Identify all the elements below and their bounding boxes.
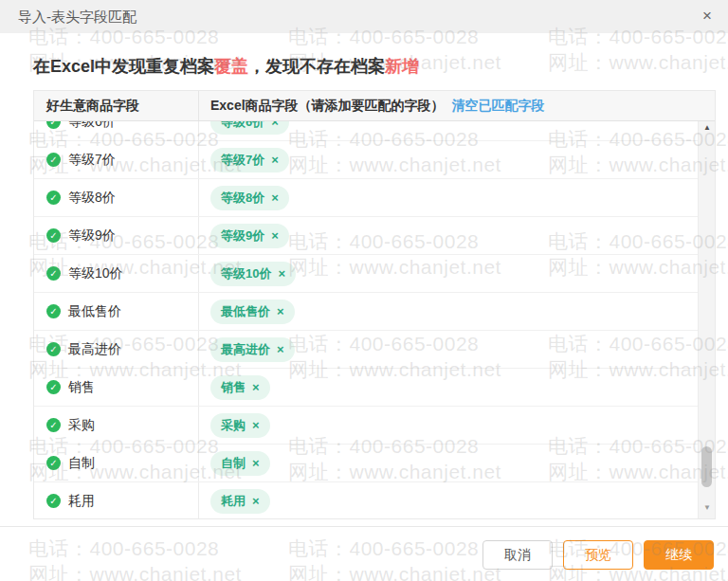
preview-button[interactable]: 预览 [563,540,633,570]
table-scrollbar[interactable]: ▲ ▼ [698,121,715,518]
tag-remove-icon[interactable]: × [252,418,260,432]
scroll-down-icon[interactable]: ▼ [699,503,716,517]
matched-field-tag-label: 等级7价 [221,152,264,169]
continue-button[interactable]: 继续 [644,540,714,570]
excel-field-cell: 采购 × [199,407,698,444]
source-field-cell: ✓ 耗用 [34,482,199,518]
source-field-cell: ✓ 销售 [34,369,199,406]
check-icon: ✓ [46,191,61,205]
watermark-url: 网址：www.chanjet.net [28,561,242,581]
dialog-title: 导入-表头字段匹配 [18,0,136,33]
table-row: ✓ 等级9价 等级9价 × [34,217,698,255]
matched-field-tag-label: 等级9价 [221,227,264,245]
source-field-cell: ✓ 最高进价 [34,331,199,368]
table-row: ✓ 销售 销售 × [34,369,698,407]
table-row: ✓ 等级8价 等级8价 × [34,179,698,217]
check-icon: ✓ [46,342,61,356]
clear-matched-fields-link[interactable]: 清空已匹配字段 [452,98,545,115]
excel-field-cell: 等级6价 × [199,121,698,140]
source-field-label: 等级6价 [68,121,116,131]
source-field-cell: ✓ 等级6价 [34,121,199,140]
check-icon: ✓ [46,121,61,129]
tag-remove-icon[interactable]: × [252,494,260,508]
matched-field-tag-label: 最低售价 [221,303,270,320]
matched-field-tag[interactable]: 等级7价 × [210,148,289,172]
matched-field-tag-label: 最高进价 [221,341,270,358]
check-icon: ✓ [46,418,61,432]
excel-field-cell: 自制 × [199,445,698,481]
matched-field-tag[interactable]: 等级6价 × [210,121,289,135]
field-match-table: 好生意商品字段 Excel商品字段（请添加要匹配的字段） 清空已匹配字段 ✓ 等… [33,90,716,519]
source-field-label: 最低售价 [68,303,121,320]
excel-field-cell: 销售 × [199,369,698,406]
matched-field-tag-label: 耗用 [221,493,246,510]
matched-field-tag-label: 销售 [221,379,246,396]
column-header-excel: Excel商品字段（请添加要匹配的字段） 清空已匹配字段 [199,91,715,120]
check-icon: ✓ [46,494,61,508]
table-row: ✓ 等级7价 等级7价 × [34,141,698,179]
close-icon[interactable]: × [695,0,719,33]
matched-field-tag[interactable]: 等级8价 × [210,186,289,210]
source-field-cell: ✓ 自制 [34,445,199,481]
matched-field-tag-label: 等级6价 [221,121,264,131]
matched-field-tag[interactable]: 等级9价 × [210,224,289,248]
scrollbar-thumb[interactable] [701,446,712,487]
tag-remove-icon[interactable]: × [252,456,260,470]
source-field-label: 等级10价 [68,265,123,282]
source-field-label: 等级7价 [68,152,116,169]
import-message: 在Excel中发现重复档案覆盖，发现不存在档案新增 [33,55,419,78]
tag-remove-icon[interactable]: × [271,121,279,129]
source-field-label: 最高进价 [68,341,121,358]
excel-field-cell: 等级10价 × [199,255,698,292]
source-field-label: 销售 [68,379,95,396]
matched-field-tag[interactable]: 销售 × [210,375,270,400]
scroll-up-icon[interactable]: ▲ [699,123,716,136]
message-highlight-add: 新增 [385,57,419,76]
tag-remove-icon[interactable]: × [271,228,279,243]
excel-field-cell: 最低售价 × [199,293,698,330]
watermark-url: 网址：www.chanjet.net [288,561,501,581]
table-row: ✓ 自制 自制 × [34,445,698,482]
check-icon: ✓ [46,456,61,470]
check-icon: ✓ [46,266,61,281]
source-field-label: 自制 [68,455,95,472]
source-field-label: 采购 [68,417,95,434]
footer-divider [0,526,728,527]
check-icon: ✓ [46,153,61,167]
check-icon: ✓ [46,380,61,394]
message-text: ，发现不存在档案 [248,57,385,76]
source-field-cell: ✓ 等级10价 [34,255,199,292]
matched-field-tag[interactable]: 耗用 × [210,489,270,514]
tag-remove-icon[interactable]: × [277,304,284,318]
matched-field-tag[interactable]: 采购 × [210,413,270,438]
table-body: ✓ 等级6价 等级6价 × ✓ 等级7价 等级7价 × ✓ 等级8价 [34,121,698,518]
source-field-label: 等级9价 [68,227,116,245]
matched-field-tag-label: 等级8价 [221,190,264,207]
watermark-phone: 电话：400-665-0028 [288,536,479,562]
cancel-button[interactable]: 取消 [482,540,553,570]
table-row: ✓ 采购 采购 × [34,407,698,445]
column-header-excel-label: Excel商品字段（请添加要匹配的字段） [210,98,445,115]
watermark-url: 网址：www.chanjet.net [548,49,728,76]
matched-field-tag[interactable]: 自制 × [210,451,270,476]
table-row: ✓ 耗用 耗用 × [34,482,698,518]
source-field-cell: ✓ 等级8价 [34,179,199,216]
matched-field-tag[interactable]: 最低售价 × [210,300,295,324]
excel-field-cell: 等级7价 × [199,141,698,178]
tag-remove-icon[interactable]: × [271,153,279,167]
table-row: ✓ 最低售价 最低售价 × [34,293,698,331]
source-field-label: 耗用 [68,493,95,510]
source-field-cell: ✓ 最低售价 [34,293,199,330]
excel-field-cell: 等级9价 × [199,217,698,254]
matched-field-tag-label: 采购 [221,417,246,434]
tag-remove-icon[interactable]: × [278,266,285,281]
tag-remove-icon[interactable]: × [252,380,260,394]
check-icon: ✓ [46,304,61,318]
tag-remove-icon[interactable]: × [277,342,284,356]
excel-field-cell: 耗用 × [199,482,698,518]
matched-field-tag[interactable]: 最高进价 × [210,337,295,362]
message-highlight-overwrite: 覆盖 [214,57,248,76]
tag-remove-icon[interactable]: × [271,191,279,205]
matched-field-tag[interactable]: 等级10价 × [210,262,296,286]
source-field-cell: ✓ 采购 [34,407,199,444]
